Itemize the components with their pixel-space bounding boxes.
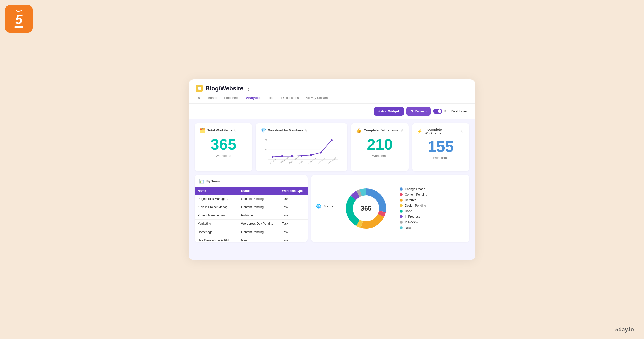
legend-item: In Progress bbox=[400, 215, 464, 218]
svg-text:Tirth Joshi: Tirth Joshi bbox=[317, 158, 326, 164]
total-workitems-value: 365 bbox=[200, 137, 247, 152]
tab-analytics[interactable]: Analytics bbox=[246, 96, 260, 103]
legend-dot bbox=[400, 215, 403, 218]
footer-brand: 5day.io bbox=[615, 326, 634, 333]
legend-dot bbox=[400, 199, 403, 202]
col-type: Workitem type bbox=[279, 187, 308, 195]
chart-point-2 bbox=[281, 155, 284, 157]
cell-name: Homepage bbox=[195, 228, 238, 236]
legend-item: Deferred bbox=[400, 198, 464, 202]
svg-text:Unassigned: Unassigned bbox=[328, 157, 337, 164]
chart-point-4 bbox=[301, 155, 303, 157]
legend-item: New bbox=[400, 226, 464, 230]
edit-dashboard-toggle[interactable] bbox=[433, 109, 442, 114]
incomplete-sublabel: Workitems bbox=[417, 156, 464, 160]
project-icon: 📄 bbox=[196, 85, 203, 92]
tab-board[interactable]: Board bbox=[208, 96, 217, 103]
cell-status: Wordpress Dev Pendi... bbox=[238, 219, 279, 228]
svg-text:0: 0 bbox=[265, 158, 266, 161]
legend-label: Content Pending bbox=[405, 193, 427, 196]
workload-by-members-widget: 💎 Workload by Members ⓘ 60 30 0 bbox=[256, 123, 347, 171]
cell-type: Task bbox=[279, 236, 308, 242]
total-workitems-widget: 🗂️ Total Workitems ⓘ 365 Workitems bbox=[195, 123, 252, 171]
legend-label: Deferred bbox=[405, 198, 417, 202]
cell-name: Use Case – How is PM ... bbox=[195, 236, 238, 242]
add-widget-button[interactable]: + Add Widget bbox=[374, 107, 404, 116]
project-title-row: 📄 Blog/Website ⋮ bbox=[196, 85, 468, 92]
incomplete-value: 155 bbox=[417, 139, 464, 154]
cell-status: Content Pending bbox=[238, 228, 279, 236]
status-title: Status bbox=[323, 204, 333, 208]
total-workitems-title: Total Workitems bbox=[207, 128, 232, 132]
completed-info-icon[interactable]: ⓘ bbox=[400, 128, 403, 132]
tab-list[interactable]: List bbox=[196, 96, 201, 103]
legend-label: Design Pending bbox=[405, 204, 426, 207]
workload-icon: 💎 bbox=[261, 128, 266, 133]
refresh-icon: ↻ bbox=[410, 109, 413, 113]
tab-activity-stream[interactable]: Activity Stream bbox=[306, 96, 328, 103]
legend-dot bbox=[400, 204, 403, 207]
by-team-title: By Team bbox=[206, 179, 220, 183]
legend-label: Done bbox=[405, 209, 412, 213]
donut-center-value: 365 bbox=[360, 205, 371, 212]
table-row[interactable]: KPIs in Project Manag... Content Pending… bbox=[195, 203, 308, 211]
tab-discussions[interactable]: Discussions bbox=[281, 96, 299, 103]
main-card: 📄 Blog/Website ⋮ List Board Timesheet An… bbox=[189, 79, 475, 260]
legend-dot bbox=[400, 210, 403, 213]
legend-dot bbox=[400, 187, 403, 191]
by-team-table: Name Status Workitem type Project Risk M… bbox=[195, 187, 308, 242]
legend-dot bbox=[400, 221, 403, 224]
table-row[interactable]: Use Case – How is PM ... New Task bbox=[195, 236, 308, 242]
incomplete-icon: ⚡ bbox=[417, 129, 423, 134]
widgets-top-row: 🗂️ Total Workitems ⓘ 365 Workitems 💎 Wor… bbox=[195, 123, 469, 171]
table-header: Name Status Workitem type bbox=[195, 187, 308, 195]
completed-header: 👍 Completed Workitems ⓘ bbox=[356, 128, 403, 133]
table-row[interactable]: Marketing Wordpress Dev Pendi... Task bbox=[195, 219, 308, 228]
svg-text:30: 30 bbox=[265, 148, 267, 151]
legend-label: In Progress bbox=[405, 215, 420, 218]
legend-dot bbox=[400, 193, 403, 196]
cell-name: KPIs in Project Manag... bbox=[195, 203, 238, 211]
card-header: 📄 Blog/Website ⋮ List Board Timesheet An… bbox=[189, 79, 475, 104]
chart-point-6 bbox=[320, 152, 322, 154]
workload-chart-svg: 60 30 0 bbox=[261, 137, 342, 167]
status-donut: 365 bbox=[338, 181, 394, 236]
tab-timesheet[interactable]: Timesheet bbox=[224, 96, 239, 103]
workload-title: Workload by Members bbox=[268, 128, 303, 132]
legend-item: Changes Made bbox=[400, 187, 464, 191]
incomplete-header: ⚡ Incomplete Workitems ⓘ bbox=[417, 128, 464, 135]
cell-status: Content Pending bbox=[238, 203, 279, 211]
legend-item: Done bbox=[400, 209, 464, 213]
by-team-table-scroll[interactable]: Name Status Workitem type Project Risk M… bbox=[195, 187, 308, 242]
cell-name: Marketing bbox=[195, 219, 238, 228]
completed-icon: 👍 bbox=[356, 128, 361, 133]
cell-status: New bbox=[238, 236, 279, 242]
cell-name: Project Risk Manage... bbox=[195, 195, 238, 203]
incomplete-info-icon[interactable]: ⓘ bbox=[461, 129, 464, 133]
logo: DAY 5 bbox=[5, 5, 33, 33]
total-workitems-info-icon[interactable]: ⓘ bbox=[234, 128, 237, 132]
cell-name: Project Management ... bbox=[195, 211, 238, 219]
project-title: Blog/Website bbox=[205, 85, 244, 92]
table-row[interactable]: Project Risk Manage... Content Pending T… bbox=[195, 195, 308, 203]
table-row[interactable]: Project Management ... Published Task bbox=[195, 211, 308, 219]
table-body: Project Risk Manage... Content Pending T… bbox=[195, 195, 308, 242]
workload-chart: 60 30 0 bbox=[261, 137, 342, 167]
project-menu-button[interactable]: ⋮ bbox=[246, 85, 251, 91]
completed-value: 210 bbox=[356, 137, 403, 152]
col-name: Name bbox=[195, 187, 238, 195]
legend-label: In Review bbox=[405, 220, 418, 224]
bottom-row: 📊 By Team Name Status Workitem type bbox=[195, 175, 469, 242]
completed-sublabel: Workitems bbox=[356, 154, 403, 158]
workload-info-icon[interactable]: ⓘ bbox=[305, 128, 308, 132]
edit-dashboard-button[interactable]: Edit Dashboard bbox=[433, 109, 468, 114]
cell-type: Task bbox=[279, 195, 308, 203]
table-row[interactable]: Homepage Content Pending Task bbox=[195, 228, 308, 236]
chart-point-3 bbox=[291, 155, 293, 157]
legend-label: Changes Made bbox=[405, 187, 425, 191]
edit-dashboard-label: Edit Dashboard bbox=[444, 109, 468, 113]
refresh-button[interactable]: ↻ Refresh bbox=[406, 107, 431, 116]
legend-item: In Review bbox=[400, 220, 464, 224]
tab-files[interactable]: Files bbox=[267, 96, 274, 103]
cell-type: Task bbox=[279, 203, 308, 211]
